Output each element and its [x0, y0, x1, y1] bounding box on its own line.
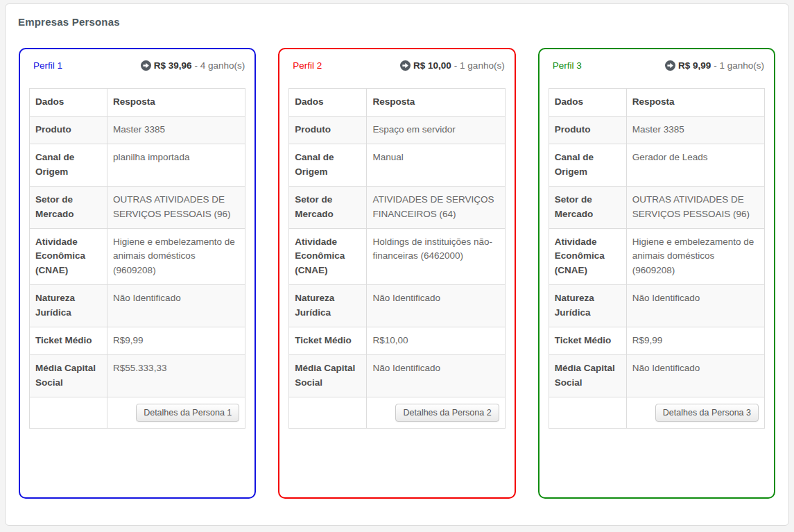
table-row: Canal de Origem Manual	[289, 144, 505, 186]
table-row: Produto Master 3385	[549, 116, 764, 144]
table-header-resposta: Resposta	[367, 89, 505, 117]
row-label: Canal de Origem	[549, 144, 626, 186]
table-row: Setor de Mercado OUTRAS ATIVIDADES DE SE…	[30, 186, 245, 228]
persona-gains-count: - 1 ganho(s)	[714, 60, 764, 71]
row-value: Master 3385	[626, 116, 764, 144]
row-value: R$9,99	[107, 327, 245, 355]
table-row: Atividade Econômica (CNAE) Higiene e emb…	[549, 228, 764, 285]
table-header-resposta: Resposta	[626, 89, 764, 117]
persona-card-title: Perfil 1	[33, 60, 62, 71]
table-button-row: Detalhes da Persona 1	[30, 397, 245, 428]
row-label-empty	[549, 397, 626, 428]
row-label: Canal de Origem	[289, 144, 367, 186]
button-cell: Detalhes da Persona 2	[367, 397, 505, 428]
row-label: Setor de Mercado	[30, 186, 107, 228]
table-button-row: Detalhes da Persona 3	[549, 397, 764, 428]
row-value: R$9,99	[626, 327, 764, 355]
row-value: Higiene e embelezamento de animais domés…	[626, 228, 764, 285]
persona-card-header: Perfil 3 R$ 9,99 - 1 ganho(s)	[549, 58, 765, 71]
persona-details-button[interactable]: Detalhes da Persona 3	[655, 404, 759, 422]
table-header-resposta: Resposta	[107, 89, 245, 117]
table-row: Canal de Origem Gerador de Leads	[549, 144, 764, 186]
table-row: Média Capital Social Não Identificado	[549, 355, 764, 397]
row-value: OUTRAS ATIVIDADES DE SERVIÇOS PESSOAIS (…	[107, 186, 245, 228]
table-row: Atividade Econômica (CNAE) Holdings de i…	[289, 228, 505, 285]
table-button-row: Detalhes da Persona 2	[289, 397, 505, 428]
row-value: Holdings de instituições não-financeiras…	[367, 228, 505, 285]
row-label: Natureza Jurídica	[549, 285, 626, 327]
button-cell: Detalhes da Persona 1	[107, 397, 245, 428]
row-value: R$55.333,33	[107, 355, 245, 397]
table-header-row: Dados Resposta	[289, 89, 505, 117]
persona-card-title: Perfil 3	[553, 60, 582, 71]
row-label-empty	[30, 397, 107, 428]
table-row: Natureza Jurídica Não Identificado	[549, 285, 764, 327]
table-row: Ticket Médio R$9,99	[549, 327, 764, 355]
row-label: Ticket Médio	[549, 327, 626, 355]
personas-cards-row: Perfil 1 R$ 39,96 - 4 ganho(s) Dados Res…	[18, 48, 776, 499]
circle-arrow-right-icon	[665, 60, 675, 71]
persona-gains-count: - 1 ganho(s)	[454, 60, 505, 71]
row-label: Atividade Econômica (CNAE)	[549, 228, 626, 285]
row-label: Setor de Mercado	[289, 186, 367, 228]
row-label: Ticket Médio	[30, 327, 107, 355]
circle-arrow-right-icon	[141, 60, 151, 71]
page-title: Empresas Personas	[18, 16, 776, 28]
persona-value: R$ 39,96	[154, 60, 192, 71]
row-value: Não Identificado	[626, 285, 764, 327]
table-header-dados: Dados	[289, 89, 367, 117]
row-label: Atividade Econômica (CNAE)	[30, 228, 107, 285]
row-value: Não Identificado	[626, 355, 764, 397]
table-row: Atividade Econômica (CNAE) Higiene e emb…	[30, 228, 245, 285]
persona-card-title: Perfil 2	[293, 60, 322, 71]
row-value: Gerador de Leads	[626, 144, 764, 186]
persona-gains-count: - 4 ganho(s)	[195, 60, 245, 71]
table-row: Produto Master 3385	[30, 116, 245, 144]
row-label: Ticket Médio	[289, 327, 367, 355]
persona-value: R$ 10,00	[413, 60, 451, 71]
table-row: Canal de Origem planilha importada	[30, 144, 245, 186]
persona-card: Perfil 1 R$ 39,96 - 4 ganho(s) Dados Res…	[19, 48, 256, 499]
row-label: Setor de Mercado	[549, 186, 626, 228]
persona-card: Perfil 2 R$ 10,00 - 1 ganho(s) Dados Res…	[278, 48, 515, 499]
persona-details-button[interactable]: Detalhes da Persona 2	[395, 404, 499, 422]
button-cell: Detalhes da Persona 3	[626, 397, 764, 428]
row-label: Média Capital Social	[289, 355, 367, 397]
table-row: Setor de Mercado ATIVIDADES DE SERVIÇOS …	[289, 186, 505, 228]
persona-data-table: Dados Resposta Produto Master 3385 Canal…	[549, 88, 765, 429]
row-value: Não Identificado	[367, 285, 505, 327]
row-label: Atividade Econômica (CNAE)	[289, 228, 367, 285]
row-value: Não Identificado	[367, 355, 505, 397]
row-label: Produto	[289, 116, 367, 144]
persona-details-button[interactable]: Detalhes da Persona 1	[136, 404, 239, 422]
table-header-row: Dados Resposta	[30, 89, 245, 117]
table-row: Ticket Médio R$10,00	[289, 327, 505, 355]
table-row: Produto Espaço em servidor	[289, 116, 505, 144]
row-value: R$10,00	[367, 327, 505, 355]
circle-arrow-right-icon	[400, 60, 411, 71]
row-label: Natureza Jurídica	[289, 285, 367, 327]
table-header-dados: Dados	[549, 89, 626, 117]
row-label: Produto	[30, 116, 107, 144]
table-row: Natureza Jurídica Não Identificado	[30, 285, 245, 327]
row-label: Canal de Origem	[30, 144, 107, 186]
table-row: Média Capital Social Não Identificado	[289, 355, 505, 397]
table-row: Setor de Mercado OUTRAS ATIVIDADES DE SE…	[549, 186, 764, 228]
table-header-row: Dados Resposta	[549, 89, 764, 117]
table-row: Média Capital Social R$55.333,33	[30, 355, 245, 397]
row-value: OUTRAS ATIVIDADES DE SERVIÇOS PESSOAIS (…	[626, 186, 764, 228]
persona-card-value: R$ 39,96 - 4 ganho(s)	[141, 60, 245, 71]
empresas-personas-panel: Empresas Personas Perfil 1 R$ 39,96 - 4 …	[5, 3, 789, 526]
row-value: Espaço em servidor	[367, 116, 505, 144]
row-label: Natureza Jurídica	[30, 285, 107, 327]
persona-card-header: Perfil 2 R$ 10,00 - 1 ganho(s)	[288, 58, 505, 71]
persona-data-table: Dados Resposta Produto Espaço em servido…	[288, 88, 505, 429]
row-value: Higiene e embelezamento de animais domés…	[107, 228, 245, 285]
row-value: Master 3385	[107, 116, 245, 144]
persona-value: R$ 9,99	[678, 60, 711, 71]
row-label-empty	[289, 397, 367, 428]
row-label: Média Capital Social	[549, 355, 626, 397]
table-header-dados: Dados	[30, 89, 107, 117]
persona-card-value: R$ 9,99 - 1 ganho(s)	[665, 60, 764, 71]
row-value: Não Identificado	[107, 285, 245, 327]
